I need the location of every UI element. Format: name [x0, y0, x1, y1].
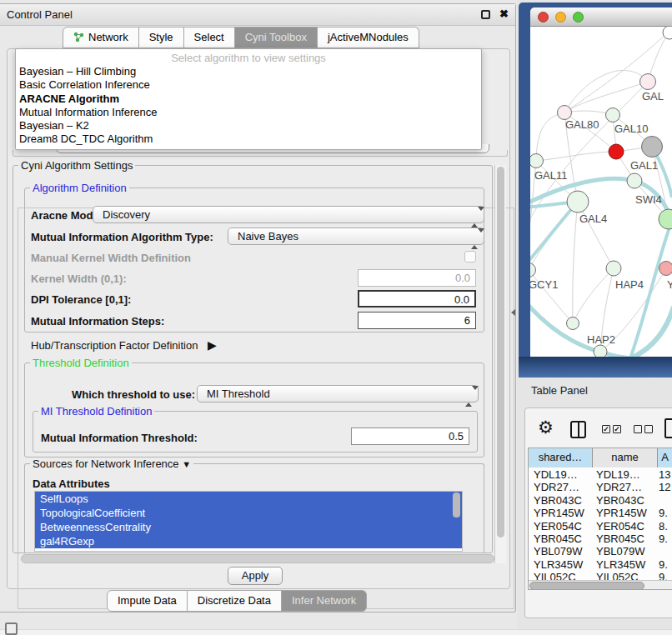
- bottom-tab-discretize-data[interactable]: Discretize Data: [188, 590, 282, 612]
- window-grip-icon[interactable]: [5, 622, 18, 635]
- network-node-gal11[interactable]: [530, 154, 544, 168]
- table-row[interactable]: YER054CYER054C8.: [529, 520, 672, 532]
- node-label-gal4: GAL4: [579, 212, 607, 225]
- network-node-top-partial[interactable]: [663, 27, 672, 39]
- mi-threshold-field[interactable]: 0.5: [351, 428, 469, 445]
- tab-select[interactable]: Select: [184, 27, 235, 48]
- table-cell-name: YDR27…: [596, 481, 642, 493]
- node-label-gal80: GAL80: [565, 118, 599, 131]
- list-scrollbar-thumb[interactable]: [453, 492, 460, 518]
- settings-hscrollbar[interactable]: [21, 554, 494, 563]
- settings-vscrollbar-thumb[interactable]: [497, 167, 504, 538]
- attribute-list-item[interactable]: SelfLoops: [35, 492, 462, 506]
- table-cell-shared: YDL19…: [534, 468, 578, 481]
- column-header-3[interactable]: A: [658, 448, 672, 468]
- column-header-2[interactable]: name: [593, 448, 658, 468]
- dpi-tolerance-field[interactable]: 0.0: [358, 290, 476, 308]
- table-row[interactable]: YDL19…YDL19…13: [529, 468, 672, 481]
- select-checked-icon[interactable]: ✓✓: [602, 425, 624, 438]
- algorithm-option[interactable]: Basic Correlation Inference: [16, 78, 481, 92]
- table-cell-shared: YBR043C: [534, 494, 582, 507]
- float-window-icon[interactable]: [481, 10, 490, 19]
- network-edge: [536, 112, 564, 161]
- close-icon[interactable]: ✖: [499, 8, 509, 20]
- network-window-titlebar[interactable]: [530, 8, 672, 27]
- kernel-width-field[interactable]: 0.0: [358, 269, 476, 287]
- network-node-hap4[interactable]: [606, 261, 621, 276]
- attribute-list-item[interactable]: BetweennessCentrality: [35, 520, 462, 534]
- apply-button[interactable]: Apply: [228, 567, 283, 585]
- settings-vscrollbar[interactable]: [494, 165, 506, 563]
- network-node-right-green[interactable]: [659, 209, 672, 229]
- panel-resize-handle[interactable]: [511, 309, 515, 316]
- close-traffic-icon[interactable]: [538, 12, 549, 22]
- select-unchecked-icon[interactable]: [634, 425, 655, 438]
- table-row[interactable]: YDR27…YDR27…12: [529, 481, 672, 493]
- mi-steps-field[interactable]: 6: [358, 312, 476, 329]
- table-cell-name: YBR043C: [596, 494, 644, 507]
- minimize-traffic-icon[interactable]: [555, 12, 566, 22]
- network-node-gal7[interactable]: [640, 74, 656, 90]
- node-label-hap2: HAP2: [587, 333, 615, 346]
- algorithm-dropdown-prompt: Select algorithm to view settings: [16, 49, 481, 65]
- data-attributes-list[interactable]: SelfLoopsTopologicalCoefficientBetweenne…: [34, 491, 463, 552]
- aracne-mode-combo[interactable]: Discovery: [93, 206, 484, 223]
- algorithm-option[interactable]: Dream8 DC_TDC Algorithm: [16, 132, 481, 146]
- manual-kernel-label: Manual Kernel Width Definition: [31, 252, 191, 264]
- algorithm-dropdown-popup: Select algorithm to view settings Bayesi…: [15, 48, 482, 150]
- sources-title-text: Sources for Network Inference: [33, 458, 179, 470]
- zoom-traffic-icon[interactable]: [573, 12, 584, 22]
- manual-kernel-checkbox[interactable]: [464, 251, 476, 262]
- algorithm-option[interactable]: ARACNE Algorithm: [16, 92, 481, 106]
- table-hscrollbar-thumb[interactable]: [529, 582, 644, 590]
- table-hscrollbar[interactable]: [529, 580, 672, 590]
- network-node-gal1[interactable]: [609, 144, 624, 159]
- table-row[interactable]: YLR345WYLR345W9.: [529, 558, 672, 571]
- column-header-1[interactable]: shared…: [529, 448, 593, 468]
- hub-definition-expander[interactable]: Hub/Transcription Factor Definition ▶: [31, 338, 217, 352]
- node-label-gcy1: GCY1: [530, 278, 558, 291]
- network-edge: [573, 202, 578, 323]
- which-threshold-combo[interactable]: MI Threshold: [197, 385, 479, 402]
- algorithm-option[interactable]: Bayesian – Hill Climbing: [16, 65, 481, 78]
- hub-definition-label: Hub/Transcription Factor Definition: [31, 339, 198, 352]
- node-label-swi4: SWI4: [635, 193, 662, 206]
- split-columns-icon[interactable]: [570, 421, 586, 438]
- gear-icon[interactable]: ⚙: [538, 418, 554, 438]
- network-node-right-pink[interactable]: [659, 262, 672, 276]
- network-edge: [630, 225, 670, 357]
- sources-title[interactable]: Sources for Network Inference ▼: [30, 458, 193, 471]
- network-node-gcy1[interactable]: [530, 263, 536, 278]
- algorithm-option[interactable]: Mutual Information Inference: [16, 106, 481, 119]
- bottom-tab-infer-network[interactable]: Infer Network: [282, 590, 367, 612]
- tab-network[interactable]: Network: [63, 27, 139, 48]
- tab-cyni-toolbox[interactable]: Cyni Toolbox: [235, 27, 318, 48]
- mi-type-combo[interactable]: Naive Bayes: [228, 228, 484, 245]
- table-cell-shared: YLR345W: [534, 558, 583, 571]
- network-node-gal10[interactable]: [606, 108, 620, 122]
- node-table: shared…nameAYDL19…YDL19…13YDR27…YDR27…12…: [528, 448, 672, 590]
- table-row[interactable]: YPR145WYPR145W9.: [529, 507, 672, 519]
- network-node-gray-node[interactable]: [642, 137, 663, 158]
- network-node-bottom-node[interactable]: [594, 345, 607, 357]
- network-canvas[interactable]: GALGAL80GAL10GAL1GAL11SWI4GAL4GCY1HAP4YH…: [530, 27, 672, 357]
- table-row[interactable]: YBL079WYBL079W: [529, 545, 672, 558]
- tab-style[interactable]: Style: [139, 27, 184, 48]
- network-node-gal4[interactable]: [567, 191, 589, 212]
- attribute-list-item[interactable]: TopologicalCoefficient: [35, 506, 462, 520]
- table-row[interactable]: YBR045CYBR045C9.: [529, 532, 672, 545]
- table-cell-shared: YPR145W: [534, 507, 584, 519]
- tab-jactivemnodules[interactable]: jActiveMNodules: [318, 27, 419, 48]
- algorithm-option[interactable]: Bayesian – K2: [16, 119, 481, 132]
- attribute-list-item[interactable]: gal4RGexp: [35, 534, 462, 548]
- table-doc-icon[interactable]: [664, 418, 672, 438]
- node-label-gal11: GAL11: [534, 169, 568, 182]
- table-row[interactable]: YBR043CYBR043C: [529, 494, 672, 507]
- combo-stepper-icon: [465, 388, 472, 404]
- bottom-tab-impute-data[interactable]: Impute Data: [107, 590, 188, 612]
- cyni-algorithm-settings-title: Cyni Algorithm Settings: [18, 159, 135, 172]
- network-node-hap2[interactable]: [567, 318, 579, 330]
- network-node-swi4[interactable]: [627, 173, 642, 188]
- control-panel-tabs: NetworkStyleSelectCyni ToolboxjActiveMNo…: [63, 27, 419, 48]
- network-node-gal80[interactable]: [558, 106, 572, 120]
